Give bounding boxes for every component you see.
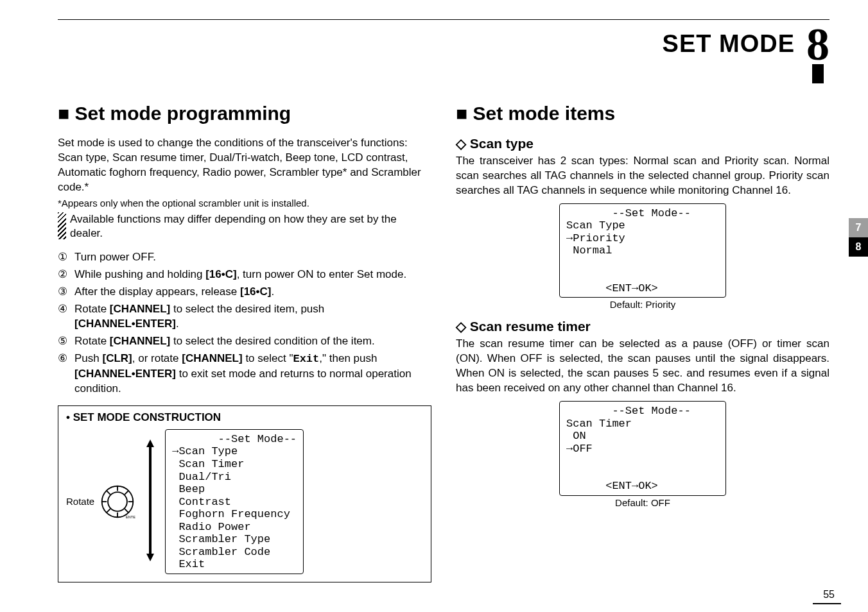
scan-timer-caption: Default: OFF bbox=[456, 497, 829, 508]
updown-arrow-icon bbox=[146, 439, 155, 561]
tab-7: 7 bbox=[849, 218, 868, 237]
lcd-scan-timer: --Set Mode-- Scan Timer ON →OFF <ENT→OK> bbox=[559, 401, 726, 496]
left-heading: ■ Set mode programming bbox=[58, 103, 431, 124]
svg-text:ENTER: ENTER bbox=[126, 515, 135, 519]
svg-marker-11 bbox=[146, 439, 154, 561]
svg-line-8 bbox=[107, 509, 110, 513]
step-4: Rotate [CHANNEL] to select the desired i… bbox=[74, 302, 431, 332]
step-3: After the display appears, release [16•C… bbox=[74, 285, 431, 300]
hatch-icon bbox=[58, 212, 66, 239]
page-title: SET MODE bbox=[663, 30, 795, 58]
page-num-rule bbox=[813, 603, 841, 604]
page-number: 55 bbox=[823, 589, 835, 600]
scan-type-body: The transceiver has 2 scan types: Normal… bbox=[456, 154, 829, 198]
svg-line-7 bbox=[125, 491, 128, 495]
scan-timer-heading: ◇ Scan resume timer bbox=[456, 319, 829, 334]
rotate-label: Rotate bbox=[66, 496, 94, 507]
step-num: ③ bbox=[58, 285, 71, 300]
lcd-scan-type: --Set Mode-- Scan Type →Priority Normal … bbox=[559, 203, 726, 298]
step-num: ④ bbox=[58, 302, 71, 317]
svg-line-6 bbox=[107, 491, 110, 495]
svg-point-1 bbox=[108, 492, 127, 511]
scan-type-heading: ◇ Scan type bbox=[456, 136, 829, 151]
svg-line-9 bbox=[125, 509, 128, 513]
dealer-note: Available functions may differ depending… bbox=[58, 212, 431, 242]
chapter-badge: 8 bbox=[806, 24, 829, 83]
chapter-number: 8 bbox=[806, 24, 829, 65]
step-num: ⑥ bbox=[58, 352, 71, 366]
box-title: • SET MODE CONSTRUCTION bbox=[66, 411, 423, 424]
step-6: Push [CLR], or rotate [CHANNEL] to selec… bbox=[74, 352, 431, 396]
channel-dial-icon: ENTER bbox=[100, 484, 135, 520]
step-5: Rotate [CHANNEL] to select the desired c… bbox=[74, 334, 431, 349]
tab-8: 8 bbox=[849, 237, 868, 257]
step-num: ② bbox=[58, 268, 71, 282]
lcd-set-mode-list: --Set Mode-- →Scan Type Scan Timer Dual/… bbox=[165, 429, 304, 574]
scan-timer-body: The scan resume timer can be selected as… bbox=[456, 337, 829, 396]
left-lead: Set mode is used to change the condition… bbox=[58, 136, 431, 195]
step-1: Turn power OFF. bbox=[74, 250, 431, 265]
dealer-note-text: Available functions may differ depending… bbox=[70, 212, 431, 242]
steps-list: ①Turn power OFF. ②While pushing and hold… bbox=[58, 250, 431, 396]
left-asterisk: *Appears only when the optional scramble… bbox=[58, 198, 431, 208]
set-mode-construction-box: • SET MODE CONSTRUCTION Rotate bbox=[58, 405, 431, 582]
step-num: ① bbox=[58, 250, 71, 265]
scan-type-caption: Default: Priority bbox=[456, 299, 829, 310]
right-heading: ■ Set mode items bbox=[456, 103, 829, 124]
step-2: While pushing and holding [16•C], turn p… bbox=[74, 268, 431, 282]
page-tabs: 7 8 bbox=[849, 218, 868, 257]
step-num: ⑤ bbox=[58, 334, 71, 349]
chapter-tick bbox=[812, 64, 824, 83]
